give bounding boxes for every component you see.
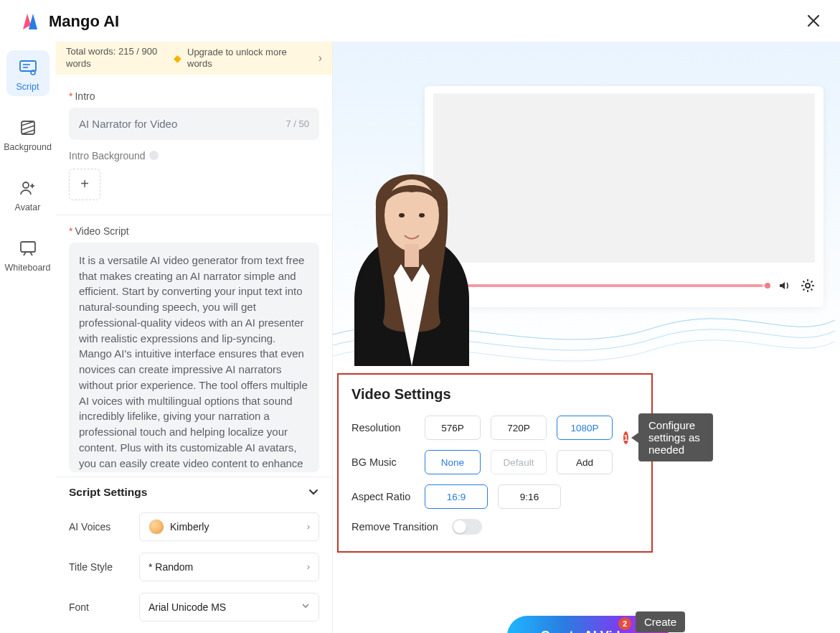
sidebar-item-label: Whiteboard <box>5 263 51 273</box>
voice-avatar-icon <box>148 519 164 535</box>
app-name: Mango AI <box>49 12 119 31</box>
svg-rect-0 <box>20 61 36 71</box>
chevron-right-icon: › <box>307 561 310 572</box>
aspect-label: Aspect Ratio <box>351 491 425 502</box>
font-label: Font <box>69 601 139 613</box>
progress-bar[interactable] <box>456 284 769 287</box>
volume-button[interactable] <box>778 278 792 293</box>
intro-bg-label: Intro Background <box>69 150 319 161</box>
script-settings-title: Script Settings <box>69 486 147 499</box>
remove-transition-toggle[interactable] <box>452 519 482 535</box>
sidebar-item-avatar[interactable]: Avatar <box>6 171 49 217</box>
whiteboard-icon <box>18 238 38 258</box>
svg-rect-11 <box>21 242 35 252</box>
font-select[interactable]: Arial Unicode MS <box>139 593 319 622</box>
svg-rect-27 <box>405 244 419 267</box>
title-style-label: Title Style <box>69 561 139 573</box>
svg-point-26 <box>419 213 425 217</box>
resolution-720p[interactable]: 720P <box>491 416 547 440</box>
sidebar-item-label: Avatar <box>15 202 41 212</box>
script-icon <box>18 57 38 78</box>
svg-point-15 <box>806 283 810 288</box>
intro-section-label: *Intro <box>69 90 319 102</box>
intro-bg-upload[interactable]: + <box>69 169 100 200</box>
intro-title-value: AI Narrator for Video <box>79 118 177 130</box>
word-count-text: Total words: 215 / 900 words <box>66 46 174 70</box>
ai-voices-label: AI Voices <box>69 521 139 533</box>
bgmusic-add[interactable]: Add <box>557 450 613 474</box>
svg-point-25 <box>399 213 405 217</box>
svg-line-21 <box>811 289 813 291</box>
svg-point-8 <box>23 182 29 188</box>
svg-line-6 <box>22 126 34 130</box>
chevron-down-icon <box>301 601 310 612</box>
svg-line-23 <box>803 289 805 291</box>
logo-mark-icon <box>20 11 42 32</box>
aspect-9-16[interactable]: 9:16 <box>498 484 561 509</box>
intro-title-input[interactable]: AI Narrator for Video 7 / 50 <box>69 108 319 140</box>
annotation-2-badge: 2 <box>618 617 631 630</box>
diamond-icon: ◆ <box>174 52 181 64</box>
word-count-bar: Total words: 215 / 900 words ◆ Upgrade t… <box>56 42 332 75</box>
upgrade-link[interactable]: ◆ Upgrade to unlock more words › <box>174 47 322 70</box>
video-script-text: It is a versatile AI video generator fro… <box>79 253 309 472</box>
intro-char-count: 7 / 50 <box>285 118 309 129</box>
chevron-right-icon: › <box>307 521 310 532</box>
svg-line-20 <box>803 281 805 283</box>
sidebar-item-script[interactable]: Script <box>6 50 49 96</box>
settings-gear-button[interactable] <box>801 278 815 293</box>
sidebar-item-background[interactable]: Background <box>6 111 49 156</box>
sidebar-item-label: Background <box>4 142 52 152</box>
resolution-1080p[interactable]: 1080P <box>557 416 613 440</box>
video-script-textarea[interactable]: It is a versatile AI video generator fro… <box>69 243 319 472</box>
chevron-down-icon <box>308 486 319 500</box>
video-settings-title: Video Settings <box>351 386 638 403</box>
font-value: Arial Unicode MS <box>148 601 226 613</box>
sidebar-item-label: Script <box>16 82 39 92</box>
resolution-576p[interactable]: 576P <box>425 416 481 440</box>
svg-line-22 <box>811 281 813 283</box>
video-script-label: *Video Script <box>69 225 319 237</box>
callout-arrow-icon <box>631 433 638 443</box>
bgmusic-none[interactable]: None <box>425 450 481 474</box>
ai-voice-value: Kimberly <box>170 521 209 533</box>
help-icon[interactable] <box>149 151 159 160</box>
aspect-16-9[interactable]: 16:9 <box>425 484 488 509</box>
title-style-select[interactable]: * Random › <box>139 553 319 581</box>
video-preview <box>333 42 840 366</box>
plus-icon: + <box>80 176 89 192</box>
annotation-1: 1 Configure settings as needed <box>623 413 713 461</box>
ai-voices-select[interactable]: Kimberly › <box>139 512 319 541</box>
avatar-icon <box>18 178 38 198</box>
script-settings-toggle[interactable]: Script Settings <box>56 477 332 507</box>
close-button[interactable] <box>803 7 824 36</box>
background-icon <box>18 118 38 138</box>
bgmusic-default[interactable]: Default <box>491 450 547 474</box>
annotation-2-text: Create <box>636 611 685 632</box>
video-settings-panel: Video Settings Resolution 576P 720P 1080… <box>337 373 653 553</box>
annotation-2: 2 Create <box>618 611 685 632</box>
resolution-label: Resolution <box>351 422 425 433</box>
chevron-right-icon: › <box>318 52 322 65</box>
title-style-value: * Random <box>148 561 193 573</box>
remove-transition-label: Remove Transition <box>351 521 452 533</box>
bgmusic-label: BG Music <box>351 456 425 468</box>
upgrade-text: Upgrade to unlock more words <box>187 47 313 70</box>
avatar-presenter <box>333 149 491 366</box>
annotation-1-badge: 1 <box>623 431 628 444</box>
annotation-1-text: Configure settings as needed <box>638 413 713 461</box>
app-logo: Mango AI <box>20 11 119 32</box>
sidebar-item-whiteboard[interactable]: Whiteboard <box>6 231 49 277</box>
